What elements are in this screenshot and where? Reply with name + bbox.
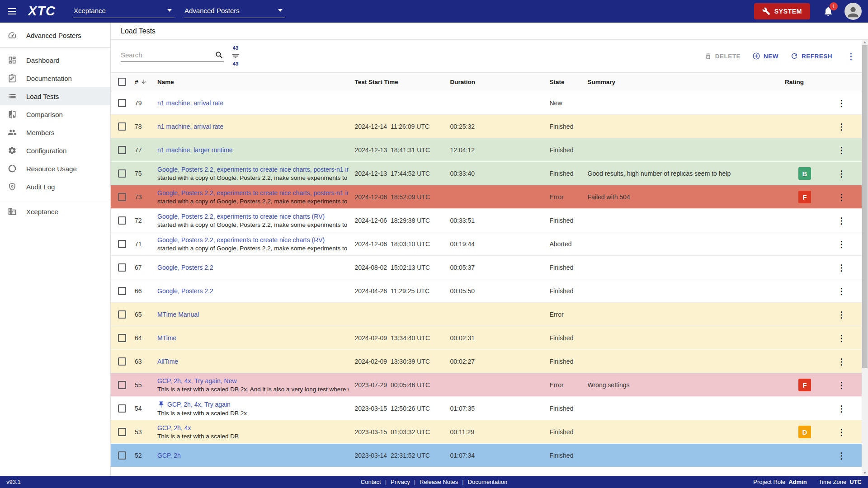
load-test-name-link[interactable]: Google, Posters 2.2, experiments to crea… (157, 189, 349, 197)
system-button[interactable]: SYSTEM (754, 3, 810, 19)
row-kebab-icon[interactable]: ⋮ (837, 287, 862, 296)
load-test-name-link[interactable]: GCP, 2h, 4x, Try again (167, 401, 231, 408)
load-test-name-link[interactable]: Google, Posters 2.2, experiments to crea… (157, 213, 325, 220)
filter-button[interactable]: 43 43 (231, 45, 240, 68)
column-header-name[interactable]: Name (157, 79, 355, 85)
sidebar-item-configuration[interactable]: Configuration (0, 141, 110, 160)
menu-icon[interactable] (6, 5, 18, 17)
row-kebab-icon[interactable]: ⋮ (837, 404, 862, 413)
load-test-name-link[interactable]: n1 machine, arrival rate (157, 123, 223, 130)
select-all-checkbox[interactable] (118, 78, 126, 86)
notifications-button[interactable]: 1 (823, 6, 834, 17)
rating-badge[interactable]: F (798, 191, 811, 203)
row-checkbox[interactable] (118, 428, 126, 436)
test-state: Error (550, 311, 588, 318)
column-header-num[interactable]: # (135, 79, 138, 85)
row-kebab-icon[interactable]: ⋮ (837, 99, 862, 108)
column-header-state[interactable]: State (550, 79, 588, 85)
row-kebab-icon[interactable]: ⋮ (837, 216, 862, 225)
refresh-button[interactable]: REFRESH (790, 52, 832, 60)
load-test-name-link[interactable]: Google, Posters 2.2 (157, 264, 213, 271)
row-checkbox[interactable] (118, 216, 126, 225)
column-header-start[interactable]: Test Start Time (355, 79, 450, 85)
sidebar-item-comparison[interactable]: Comparison (0, 105, 110, 123)
user-avatar[interactable] (844, 3, 862, 20)
row-checkbox[interactable] (118, 193, 126, 201)
sidebar-item-load-tests[interactable]: Load Tests (0, 87, 110, 105)
row-checkbox[interactable] (118, 287, 126, 295)
search-icon[interactable] (215, 51, 224, 60)
organization-select[interactable]: Xceptance (73, 5, 175, 18)
sidebar-item-audit-log[interactable]: Audit Log (0, 178, 110, 196)
rating-badge[interactable]: B (798, 167, 811, 180)
row-kebab-icon[interactable]: ⋮ (837, 381, 862, 389)
timezone-label: Time Zone (819, 479, 847, 485)
load-test-name-link[interactable]: n1 machine, arrival rate (157, 99, 223, 107)
footer-link-documentation[interactable]: Documentation (468, 479, 507, 485)
column-header-rating[interactable]: Rating (785, 79, 837, 85)
row-checkbox[interactable] (118, 381, 126, 389)
load-test-name-link[interactable]: MTime (157, 334, 176, 342)
row-checkbox[interactable] (118, 404, 126, 413)
test-start-time: 2024-02-09 13:34:40 UTC (355, 334, 450, 342)
sidebar-item-advanced-posters[interactable]: Advanced Posters (0, 26, 110, 44)
row-kebab-icon[interactable]: ⋮ (837, 122, 862, 131)
footer-link-contact[interactable]: Contact (361, 479, 381, 485)
row-kebab-icon[interactable]: ⋮ (837, 263, 862, 272)
toolbar-kebab-icon[interactable]: ⋮ (844, 52, 858, 61)
sidebar-item-xceptance[interactable]: Xceptance (0, 202, 110, 221)
row-kebab-icon[interactable]: ⋮ (837, 146, 862, 155)
sort-desc-icon[interactable] (141, 79, 147, 85)
scroll-up-icon[interactable]: ▲ (862, 40, 868, 45)
sidebar-item-dashboard[interactable]: Dashboard (0, 51, 110, 69)
row-kebab-icon[interactable]: ⋮ (837, 240, 862, 249)
sidebar-item-members[interactable]: Members (0, 123, 110, 141)
row-checkbox[interactable] (118, 263, 126, 272)
load-test-name-link[interactable]: GCP, 2h (157, 452, 181, 459)
scroll-down-icon[interactable]: ▼ (862, 470, 868, 476)
footer-link-release-notes[interactable]: Release Notes (420, 479, 458, 485)
row-checkbox[interactable] (118, 357, 126, 366)
load-test-name-link[interactable]: AllTime (157, 358, 178, 365)
scrollbar-thumb[interactable] (862, 45, 868, 368)
load-test-name-link[interactable]: n1 machine, larger runtime (157, 146, 233, 154)
sidebar-item-documentation[interactable]: Documentation (0, 69, 110, 87)
row-checkbox[interactable] (118, 310, 126, 319)
load-test-name-link[interactable]: Google, Posters 2.2, experiments to crea… (157, 166, 349, 173)
test-start-time: 2024-04-26 11:29:25 UTC (355, 287, 450, 295)
row-kebab-icon[interactable]: ⋮ (837, 169, 862, 178)
row-kebab-icon[interactable]: ⋮ (837, 193, 862, 202)
row-checkbox[interactable] (118, 240, 126, 248)
rating-badge[interactable]: F (798, 379, 811, 391)
rating-badge[interactable]: D (798, 426, 811, 438)
load-test-name-link[interactable]: Google, Posters 2.2 (157, 287, 213, 295)
project-role-value[interactable]: Admin (788, 479, 807, 485)
row-checkbox[interactable] (118, 169, 126, 178)
sidebar-item-resource-usage[interactable]: Resource Usage (0, 160, 110, 178)
vertical-scrollbar[interactable]: ▲ ▼ (862, 40, 868, 476)
row-checkbox[interactable] (118, 334, 126, 342)
row-checkbox[interactable] (118, 122, 126, 131)
search-field[interactable] (121, 51, 224, 62)
row-checkbox[interactable] (118, 451, 126, 460)
load-test-name-link[interactable]: Google, Posters 2.2, experiments to crea… (157, 236, 325, 244)
row-checkbox[interactable] (118, 99, 126, 107)
row-kebab-icon[interactable]: ⋮ (837, 428, 862, 436)
timezone-value[interactable]: UTC (849, 479, 862, 485)
load-test-name-link[interactable]: MTime Manual (157, 311, 199, 318)
row-kebab-icon[interactable]: ⋮ (837, 334, 862, 343)
search-input[interactable] (121, 51, 215, 59)
load-test-name-link[interactable]: GCP, 2h, 4x (157, 424, 191, 432)
new-button[interactable]: NEW (752, 52, 778, 60)
row-checkbox[interactable] (118, 146, 126, 154)
row-kebab-icon[interactable]: ⋮ (837, 357, 862, 366)
row-kebab-icon[interactable]: ⋮ (837, 310, 862, 319)
xtc-logo[interactable]: XTC (28, 4, 56, 19)
project-select[interactable]: Advanced Posters (184, 5, 285, 18)
footer-link-privacy[interactable]: Privacy (391, 479, 410, 485)
column-header-summary[interactable]: Summary (588, 79, 785, 85)
row-kebab-icon[interactable]: ⋮ (837, 451, 862, 460)
delete-button[interactable]: DELETE (704, 52, 741, 60)
load-test-name-link[interactable]: GCP, 2h, 4x, Try again, New (157, 377, 237, 385)
column-header-duration[interactable]: Duration (450, 79, 550, 85)
